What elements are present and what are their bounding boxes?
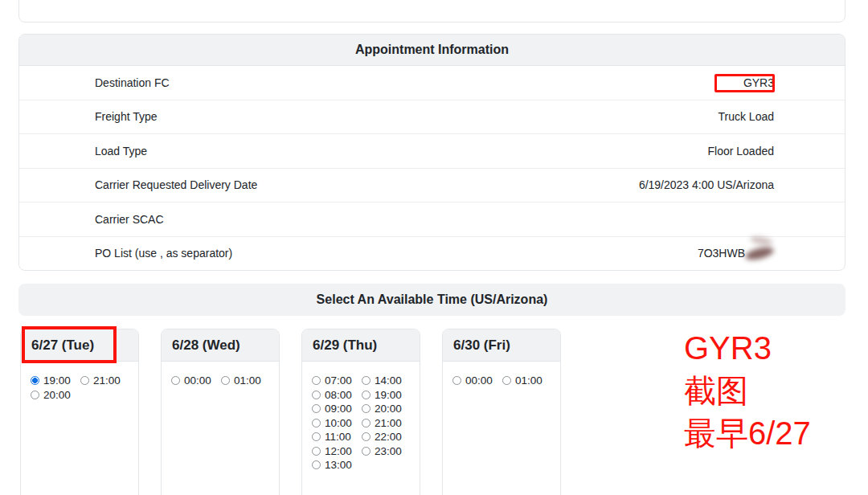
time-option[interactable]: 13:00	[312, 458, 362, 472]
day-columns: 6/27 (Tue)19:0020:0021:006/28 (Wed)00:00…	[20, 329, 561, 495]
time-label: 22:00	[375, 431, 402, 443]
row-value: 6/19/2023 4:00 US/Arizona	[639, 178, 774, 191]
radio-icon[interactable]	[312, 447, 321, 456]
table-row: Destination FCGYR3	[19, 66, 845, 100]
appointment-info-header: Appointment Information	[19, 35, 845, 66]
option-column: 14:0019:0020:0021:0022:0023:00	[362, 374, 411, 472]
time-option[interactable]: 20:00	[362, 402, 411, 416]
time-label: 08:00	[325, 389, 352, 401]
day-card: 6/29 (Thu)07:0008:0009:0010:0011:0012:00…	[301, 329, 420, 495]
option-column: 19:0020:00	[31, 374, 80, 402]
row-label: Load Type	[95, 145, 147, 158]
option-column: 01:00	[221, 374, 271, 388]
radio-icon[interactable]	[362, 404, 371, 413]
appointment-table-body: Destination FCGYR3Freight TypeTruck Load…	[19, 66, 845, 270]
day-options: 19:0020:0021:00	[21, 362, 138, 402]
radio-icon[interactable]	[312, 460, 321, 469]
radio-icon[interactable]	[312, 404, 321, 413]
day-header: 6/29 (Thu)	[302, 329, 420, 362]
day-header: 6/27 (Tue)	[21, 329, 138, 362]
time-option[interactable]: 09:00	[312, 402, 362, 416]
time-label: 11:00	[325, 431, 351, 443]
table-row: Load TypeFloor Loaded	[19, 134, 845, 169]
time-option[interactable]: 12:00	[312, 444, 362, 459]
radio-icon[interactable]	[502, 376, 511, 385]
row-label: PO List (use , as separator)	[95, 247, 232, 260]
radio-icon[interactable]	[362, 419, 371, 428]
radio-icon[interactable]	[362, 376, 371, 385]
time-label: 20:00	[43, 389, 71, 401]
time-select-title: Select An Available Time (US/Arizona)	[317, 292, 548, 307]
radio-icon[interactable]	[80, 376, 89, 385]
time-label: 00:00	[184, 374, 211, 387]
time-option[interactable]: 00:00	[171, 374, 221, 388]
time-option[interactable]: 11:00	[312, 430, 362, 444]
time-label: 01:00	[234, 374, 261, 387]
time-option[interactable]: 10:00	[312, 416, 362, 431]
time-option[interactable]: 01:00	[502, 374, 552, 388]
day-options: 00:0001:00	[443, 362, 560, 388]
redaction-smudge	[744, 245, 775, 262]
option-column: 00:00	[171, 374, 221, 388]
previous-section-card	[18, 0, 845, 22]
annotation-line: GYR3	[684, 327, 811, 370]
time-label: 07:00	[325, 374, 352, 387]
time-option[interactable]: 08:00	[312, 388, 362, 403]
table-row: Freight TypeTruck Load	[19, 100, 845, 135]
radio-icon[interactable]	[171, 376, 180, 385]
time-label: 10:00	[325, 417, 352, 429]
time-option[interactable]: 07:00	[312, 374, 362, 388]
time-label: 13:00	[325, 459, 352, 471]
radio-icon[interactable]	[362, 391, 371, 399]
time-option[interactable]: 23:00	[362, 444, 411, 459]
time-option[interactable]: 01:00	[221, 374, 271, 388]
radio-icon[interactable]	[31, 376, 39, 385]
row-value: Truck Load	[718, 110, 774, 123]
appointment-info-title: Appointment Information	[355, 43, 509, 57]
radio-icon[interactable]	[31, 391, 39, 399]
time-option[interactable]: 21:00	[362, 416, 411, 431]
time-option[interactable]: 19:00	[362, 388, 411, 403]
row-label: Carrier Requested Delivery Date	[95, 178, 257, 191]
row-label: Destination FC	[95, 76, 170, 89]
day-header: 6/28 (Wed)	[162, 329, 279, 362]
time-option[interactable]: 20:00	[31, 388, 80, 403]
radio-icon[interactable]	[312, 391, 321, 399]
time-option[interactable]: 19:00	[31, 374, 80, 388]
radio-icon[interactable]	[312, 376, 321, 385]
page: Appointment Information Destination FCGY…	[0, 0, 868, 495]
row-value: Floor Loaded	[707, 145, 774, 158]
time-option[interactable]: 14:00	[362, 374, 411, 388]
annotation-line: 最早6/27	[684, 412, 811, 455]
time-label: 01:00	[515, 374, 542, 387]
option-column: 21:00	[80, 374, 130, 402]
appointment-info-card: Appointment Information Destination FCGY…	[18, 34, 845, 271]
day-options: 00:0001:00	[162, 362, 279, 388]
annotation-text: GYR3 截图 最早6/27	[684, 327, 811, 455]
row-value: 7O3HWB	[698, 247, 774, 260]
radio-icon[interactable]	[312, 432, 321, 441]
time-label: 14:00	[375, 374, 402, 387]
day-header: 6/30 (Fri)	[443, 329, 560, 362]
radio-icon[interactable]	[221, 376, 230, 385]
table-row: Carrier SCAC	[19, 202, 845, 237]
time-label: 00:00	[465, 374, 493, 387]
option-column: 00:00	[452, 374, 502, 388]
time-label: 20:00	[375, 403, 402, 415]
radio-icon[interactable]	[362, 432, 371, 441]
time-label: 21:00	[93, 374, 121, 387]
radio-icon[interactable]	[362, 447, 371, 456]
row-label: Freight Type	[95, 110, 158, 123]
time-option[interactable]: 21:00	[80, 374, 130, 388]
option-column: 07:0008:0009:0010:0011:0012:0013:00	[312, 374, 362, 472]
time-label: 12:00	[325, 445, 352, 457]
day-card: 6/28 (Wed)00:0001:00	[161, 329, 280, 495]
radio-icon[interactable]	[312, 419, 321, 428]
time-option[interactable]: 22:00	[362, 430, 411, 444]
time-select-header: Select An Available Time (US/Arizona)	[18, 284, 845, 316]
day-options: 07:0008:0009:0010:0011:0012:0013:0014:00…	[302, 362, 420, 472]
radio-icon[interactable]	[452, 376, 461, 385]
time-label: 09:00	[325, 403, 352, 415]
option-column: 01:00	[502, 374, 552, 388]
time-option[interactable]: 00:00	[452, 374, 502, 388]
